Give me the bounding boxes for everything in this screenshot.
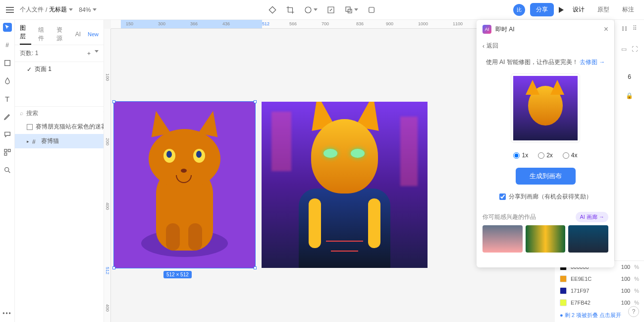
scale-1x[interactable]: 1x xyxy=(513,152,528,159)
gallery-tag-link[interactable]: AI 画廊 → xyxy=(576,212,608,222)
select-tool-icon[interactable] xyxy=(3,23,12,32)
lock-icon[interactable]: 🔒 xyxy=(626,92,633,99)
image-layer-icon xyxy=(27,124,33,130)
svg-rect-5 xyxy=(4,149,7,152)
search-icon: ⌕ xyxy=(20,110,23,117)
pages-header: 页数: 1 + xyxy=(15,45,104,62)
ai-logo-icon: AI xyxy=(483,25,491,34)
check-icon: ✓ xyxy=(27,66,32,73)
color-row[interactable]: 171F97100% xyxy=(555,285,644,297)
tab-new-badge: New xyxy=(88,31,99,37)
caret-icon: ▸ xyxy=(27,139,29,144)
scale-4x[interactable]: 4x xyxy=(563,152,578,159)
share-button[interactable]: 分享 xyxy=(530,3,554,16)
svg-rect-7 xyxy=(4,153,7,155)
right-value: 6 xyxy=(628,73,631,80)
play-icon[interactable] xyxy=(559,7,564,13)
component-icon[interactable] xyxy=(367,5,376,14)
mode-annotate[interactable]: 标注 xyxy=(618,3,638,16)
svg-point-8 xyxy=(4,168,8,172)
frame-layer-icon: # xyxy=(32,138,38,144)
edit-image-link[interactable]: 去修图 → xyxy=(580,59,605,65)
ruler-vertical: 100 200 400 512 400 xyxy=(104,29,111,322)
gallery-thumb[interactable] xyxy=(526,225,566,253)
ai-hint: 使用 AI 智能修图，让作品更完美！ 去修图 → xyxy=(477,53,614,71)
artboard-cyber-cat[interactable] xyxy=(262,102,428,268)
shape-tool-icon[interactable] xyxy=(3,59,12,67)
gallery-thumbnails xyxy=(477,225,614,253)
pencil-tool-icon[interactable] xyxy=(3,112,12,121)
layer-search: ⌕ ⇅ xyxy=(15,106,104,120)
svg-rect-6 xyxy=(8,149,10,152)
toolbar-right: 比 分享 设计 原型 标注 xyxy=(513,3,638,16)
search-tool-icon[interactable] xyxy=(3,166,12,175)
comment-tool-icon[interactable] xyxy=(3,130,12,139)
pen-tool-icon[interactable] xyxy=(3,76,12,85)
tab-components[interactable]: 组件 xyxy=(38,26,50,43)
top-toolbar: 个人文件 / 无标题 84% 比 分享 设计 原型 标注 xyxy=(0,0,644,20)
mode-prototype[interactable]: 原型 xyxy=(593,3,613,16)
align-icon[interactable]: ⫿⫿ xyxy=(622,25,628,32)
back-button[interactable]: ‹返回 xyxy=(477,39,614,53)
tab-assets[interactable]: 资源 xyxy=(56,26,68,43)
tab-layers[interactable]: 图层 xyxy=(20,24,31,45)
page-item[interactable]: ✓页面 1 xyxy=(15,62,104,76)
diamond-icon[interactable] xyxy=(268,5,277,14)
menu-icon[interactable] xyxy=(6,5,14,14)
chevron-left-icon: ‹ xyxy=(483,43,484,50)
frame-tool-icon[interactable]: # xyxy=(3,41,12,50)
generate-button[interactable]: 生成到画布 xyxy=(516,168,576,185)
gallery-thumb[interactable] xyxy=(483,225,523,253)
gallery-thumb[interactable] xyxy=(568,225,608,253)
crop-icon[interactable] xyxy=(286,5,295,14)
chevron-down-icon xyxy=(69,8,73,11)
circle-tool-icon[interactable] xyxy=(304,5,318,14)
help-button[interactable]: ? xyxy=(628,306,639,317)
svg-point-0 xyxy=(305,7,311,13)
left-panel: 图层 组件 资源 AI New 页数: 1 + ✓页面 1 ⌕ ⇅ 赛博朋克猫站… xyxy=(15,20,104,322)
doc-title[interactable]: 无标题 xyxy=(49,5,73,14)
scale-2x[interactable]: 2x xyxy=(538,152,553,159)
text-tool-icon[interactable]: T xyxy=(3,94,12,103)
toolbar-center xyxy=(268,5,376,14)
plugin-tool-icon[interactable] xyxy=(3,148,12,157)
layer-item-selected[interactable]: ▸#赛博猫 xyxy=(15,134,104,148)
add-page-icon[interactable]: + xyxy=(87,50,91,57)
svg-rect-3 xyxy=(369,7,375,12)
more-icon[interactable]: ••• xyxy=(2,310,12,317)
scale-options: 1x 2x 4x xyxy=(477,145,614,166)
avatar[interactable]: 比 xyxy=(513,4,525,16)
panel-tabs: 图层 组件 资源 AI New xyxy=(15,20,104,45)
share-gallery-checkbox[interactable]: 分享到画廊（有机会获得奖励） xyxy=(477,187,614,207)
expand-icon[interactable]: ⛶ xyxy=(632,46,638,53)
interest-header: 你可能感兴趣的作品 AI 画廊 → xyxy=(477,207,614,225)
color-row[interactable]: EE9E1C100% xyxy=(555,273,644,285)
ai-panel-title: 即时 AI xyxy=(495,25,515,34)
tab-ai[interactable]: AI xyxy=(75,31,81,38)
selection-size-label: 512 × 512 xyxy=(163,271,192,278)
breadcrumb: 个人文件 / 无标题 xyxy=(20,5,73,14)
ai-preview xyxy=(511,73,580,143)
artboard-cartoon-cat[interactable] xyxy=(114,102,255,268)
left-tool-rail: # T ••• xyxy=(0,20,15,322)
boolean-tool-icon[interactable] xyxy=(344,5,358,14)
chevron-down-icon xyxy=(93,8,97,11)
layer-item[interactable]: 赛博朋克猫站在紫色的迷雾中... xyxy=(15,120,104,134)
svg-rect-4 xyxy=(4,61,10,66)
breadcrumb-root[interactable]: 个人文件 xyxy=(20,5,44,14)
grid-icon[interactable]: ⠿ xyxy=(633,25,637,32)
rect-view-icon[interactable]: ▭ xyxy=(621,46,627,53)
svg-rect-2 xyxy=(348,9,352,13)
zoom-control[interactable]: 84% xyxy=(79,6,97,13)
edit-icon[interactable] xyxy=(326,5,335,14)
close-icon[interactable]: × xyxy=(604,25,608,34)
ai-panel: AI 即时 AI × ‹返回 使用 AI 智能修图，让作品更完美！ 去修图 → … xyxy=(477,20,614,267)
search-input[interactable] xyxy=(26,110,101,117)
chevron-down-icon[interactable] xyxy=(95,50,99,53)
mode-design[interactable]: 设计 xyxy=(569,3,589,16)
